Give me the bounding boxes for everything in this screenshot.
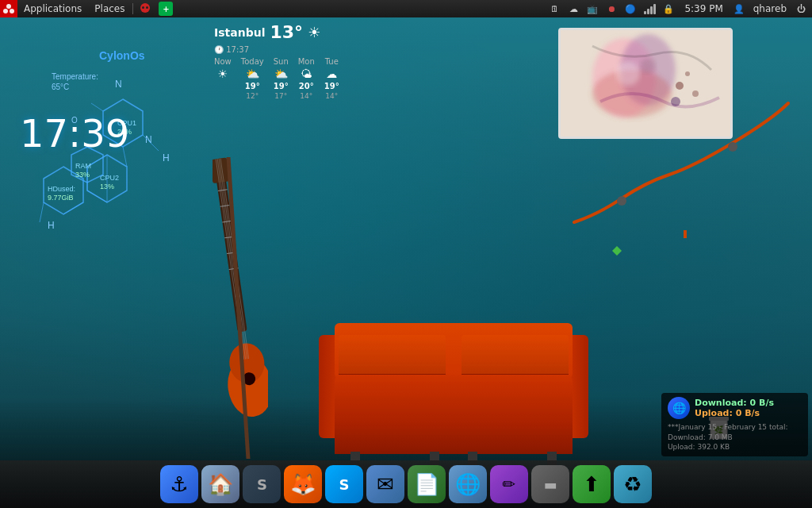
menubar-right: 🗓 ☁ 📺 ⏺ 🔵 🔒 5:39 PM 👤 qhareb ⏻ — [546, 0, 812, 17]
cloud-icon[interactable]: ☁ — [565, 0, 581, 17]
svg-text:H: H — [48, 220, 55, 231]
svg-text:CylonOs: CylonOs — [99, 49, 145, 62]
svg-line-34 — [40, 202, 44, 222]
username-label: qhareb — [750, 3, 790, 14]
svg-text:Temperature:: Temperature: — [52, 72, 98, 81]
guitar — [213, 157, 268, 459]
menu-separator-1 — [132, 3, 133, 14]
display-icon[interactable]: 📺 — [584, 0, 600, 17]
netmon-icon: 🌐 — [668, 397, 690, 419]
svg-rect-8 — [144, 10, 146, 12]
weather-widget: Istanbul 13° ☀️ 🕐 17:37 Now ☀️ Today ⛅ 1… — [214, 22, 339, 100]
sofa-body — [335, 375, 573, 454]
clock-display: 5:39 PM — [680, 3, 727, 14]
forecast-mon: Mon 🌤 20° 14° — [298, 57, 315, 100]
dock-docviewer[interactable]: 📄 — [408, 465, 446, 503]
svg-line-32 — [91, 103, 103, 111]
weather-city: Istanbul — [214, 26, 265, 39]
netmon-total-dl: Download: 7.0 MB — [668, 433, 802, 443]
weather-temp-current: 13° — [270, 22, 303, 42]
molecule-widget: CylonOs Temperature: 65°C N O CPU1 25% N… — [12, 44, 202, 282]
netmon-download-speed: Download: 0 B/s — [695, 398, 802, 408]
network-monitor: 🌐 Download: 0 B/s Upload: 0 B/s ***Janua… — [661, 393, 808, 456]
svg-text:33%: 33% — [75, 171, 90, 179]
svg-point-41 — [676, 82, 684, 90]
svg-point-5 — [146, 6, 148, 9]
netmon-speeds: Download: 0 B/s Upload: 0 B/s — [695, 398, 802, 418]
svg-point-42 — [685, 71, 690, 76]
svg-text:9.77GiB: 9.77GiB — [48, 194, 74, 202]
forecast-tue: Tue ☁️ 19° 14° — [324, 57, 339, 100]
svg-text:H: H — [163, 152, 170, 164]
taskbar-dock: ⚓ 🏠 S 🦊 S ✉ 📄 🌐 ✏️ ▬ ⬆ ♻ — [0, 460, 812, 508]
dock-browser[interactable]: 🌐 — [449, 465, 487, 503]
dock-synaptic[interactable]: S — [243, 465, 281, 503]
dock-purple-app[interactable]: ✏️ — [490, 465, 528, 503]
menubar: Applications Places + 🗓 ☁ 📺 ⏺ 🔵 — [0, 0, 812, 17]
svg-point-2 — [10, 9, 14, 13]
dock-trash[interactable]: ♻ — [614, 465, 652, 503]
svg-line-60 — [219, 159, 247, 360]
forecast-today: Today ⛅ 19° 12° — [241, 57, 264, 100]
desktop: Applications Places + 🗓 ☁ 📺 ⏺ 🔵 — [0, 0, 812, 508]
lock-icon[interactable]: 🔒 — [661, 0, 676, 17]
system-clock: 17:39 — [20, 111, 129, 156]
applications-menu[interactable]: Applications — [17, 0, 88, 17]
sofa-cushion-right — [462, 335, 569, 375]
netmon-date-range: ***January 15 - February 15 total: — [668, 422, 802, 433]
svg-text:65°C: 65°C — [52, 83, 69, 91]
user-icon[interactable]: 👤 — [731, 0, 747, 17]
weather-time: 🕐 17:37 — [214, 45, 339, 54]
svg-rect-6 — [143, 10, 144, 12]
netmon-stats: ***January 15 - February 15 total: Downl… — [668, 422, 802, 452]
svg-point-39 — [616, 62, 640, 86]
forecast-sun: Sun ⛅ 19° 17° — [274, 57, 289, 100]
svg-point-46 — [617, 196, 626, 206]
sofa-cushion-left — [339, 335, 446, 375]
weather-icon-now: ☀️ — [308, 24, 320, 40]
svg-point-4 — [142, 6, 144, 9]
dock-green-app[interactable]: ⬆ — [573, 465, 611, 503]
dock-gray-app[interactable]: ▬ — [531, 465, 569, 503]
svg-point-0 — [6, 4, 11, 9]
bluetooth-icon[interactable]: 🔵 — [622, 0, 638, 17]
svg-point-44 — [671, 97, 680, 106]
weather-forecast: Now ☀️ Today ⛅ 19° 12° Sun ⛅ 19° 17° Mon… — [214, 57, 339, 100]
sofa — [335, 311, 573, 454]
netmon-header: 🌐 Download: 0 B/s Upload: 0 B/s — [668, 397, 802, 419]
power-icon[interactable]: ⏻ — [793, 0, 809, 17]
svg-point-1 — [3, 9, 8, 13]
netmon-total-ul: Upload: 392.0 KB — [668, 442, 802, 452]
skull-icon[interactable] — [138, 2, 152, 16]
svg-rect-7 — [146, 10, 147, 12]
signal-icon[interactable] — [642, 0, 657, 17]
calendar-icon[interactable]: 🗓 — [546, 0, 562, 17]
weather-location: Istanbul 13° ☀️ — [214, 22, 339, 42]
forecast-now: Now ☀️ — [214, 57, 232, 100]
dock-anchor[interactable]: ⚓ — [160, 465, 198, 503]
svg-text:HDused:: HDused: — [48, 185, 75, 193]
svg-point-40 — [640, 58, 656, 74]
art-image — [561, 30, 730, 137]
dock-skype[interactable]: S — [325, 465, 363, 503]
places-menu[interactable]: Places — [88, 0, 131, 17]
green-particle — [612, 246, 622, 256]
svg-line-33 — [63, 202, 83, 214]
dock-firefox[interactable]: 🦊 — [284, 465, 322, 503]
menubar-left: Applications Places + — [0, 0, 176, 17]
dock-home[interactable]: 🏠 — [201, 465, 239, 503]
svg-point-43 — [692, 90, 699, 97]
distro-logo[interactable] — [0, 0, 17, 17]
dock-thunderbird[interactable]: ✉ — [366, 465, 404, 503]
svg-point-45 — [728, 142, 737, 152]
record-icon[interactable]: ⏺ — [603, 0, 619, 17]
svg-text:N: N — [115, 79, 122, 90]
art-frame — [558, 28, 733, 139]
svg-line-62 — [228, 157, 248, 459]
svg-text:RAM: RAM — [75, 162, 91, 170]
health-icon[interactable]: + — [159, 2, 173, 16]
netmon-upload-speed: Upload: 0 B/s — [695, 408, 802, 418]
